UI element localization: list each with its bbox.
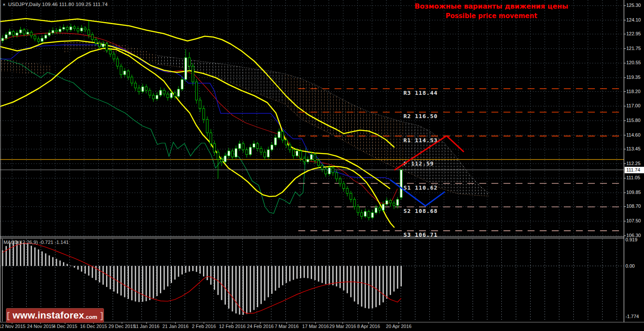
candle-body — [9, 31, 11, 34]
macd-histogram-bar — [314, 266, 316, 280]
candle-body — [84, 28, 86, 30]
candle-body — [12, 31, 14, 35]
macd-histogram-bar — [365, 266, 366, 308]
macd-histogram-bar — [181, 266, 183, 275]
macd-histogram-bar — [243, 266, 244, 315]
candle — [181, 76, 183, 91]
candle-body — [343, 184, 345, 188]
macd-histogram-bar — [336, 266, 337, 287]
candle-body — [192, 66, 194, 82]
macd-histogram-bar — [20, 241, 21, 266]
candle — [217, 150, 219, 179]
annotation-line-en: Possible price movement — [403, 12, 580, 20]
candle — [63, 25, 65, 31]
macd-histogram-bar — [325, 266, 326, 284]
chart-canvas[interactable]: R3 118.44R2 116.50R1 114.53P 112.59S1 11… — [0, 0, 644, 331]
macd-histogram-bar — [286, 266, 287, 283]
candle — [281, 130, 284, 143]
candle — [267, 147, 269, 159]
candle-body — [156, 95, 158, 99]
candle — [52, 28, 54, 35]
candle-body — [224, 156, 226, 162]
candle-body — [52, 31, 54, 33]
candle-body — [361, 213, 363, 216]
macd-histogram-bar — [6, 246, 7, 266]
macd-histogram-bar — [88, 266, 89, 275]
macd-histogram-bar — [278, 266, 280, 288]
candle-body — [124, 71, 126, 75]
candle-body — [357, 206, 359, 212]
candle — [48, 30, 50, 37]
candle-body — [256, 144, 259, 148]
pivot-label-R3: R3 118.44 — [403, 90, 438, 96]
candle-body — [170, 93, 172, 97]
candle-body — [364, 212, 366, 216]
candle-body — [167, 94, 169, 97]
candle — [2, 35, 4, 43]
price-axis-label: 108.70 — [626, 203, 641, 209]
macd-histogram-bar — [228, 266, 229, 309]
candle-body — [88, 30, 90, 34]
macd-histogram-bar — [142, 266, 143, 302]
symbol-info[interactable]: ▼USDJPY,Daily 109.46 111.80 109.25 111.7… — [2, 2, 108, 7]
macd-histogram-bar — [52, 257, 53, 266]
macd-histogram-bar — [178, 266, 179, 277]
candle-body — [328, 168, 331, 174]
candle-body — [91, 34, 94, 39]
candle-body — [217, 152, 219, 159]
candle-body — [38, 39, 40, 41]
candle — [77, 26, 79, 34]
candle-body — [378, 208, 381, 210]
macd-histogram-bar — [160, 266, 161, 293]
macd-histogram-bar — [289, 266, 291, 281]
macd-histogram-bar — [49, 256, 50, 266]
price-axis-label: 125.30 — [626, 3, 641, 8]
candle-body — [203, 109, 205, 119]
macd-histogram-bar — [382, 266, 384, 302]
chart-window: R3 118.44R2 116.50R1 114.53P 112.59S1 11… — [0, 0, 644, 331]
macd-histogram-bar — [206, 266, 208, 280]
macd-histogram-bar — [163, 266, 165, 290]
candle — [339, 176, 341, 187]
symbol-dropdown-icon[interactable]: ▼ — [2, 3, 6, 7]
candle — [357, 204, 359, 216]
candle — [127, 69, 129, 80]
price-axis-label: 111.05 — [626, 175, 640, 180]
candle-body — [221, 159, 223, 162]
candle — [30, 31, 32, 38]
macd-panel — [2, 241, 402, 315]
candle — [44, 33, 47, 40]
candle-body — [213, 144, 216, 152]
candle-body — [300, 151, 302, 158]
macd-histogram-bar — [200, 266, 201, 274]
candle — [307, 156, 309, 164]
bollinger-lower-line — [0, 48, 394, 228]
candle-body — [5, 34, 7, 38]
candle-body — [382, 204, 384, 210]
price-axis-label: 107.50 — [626, 218, 641, 223]
candle-body — [34, 36, 36, 39]
candle — [238, 141, 241, 151]
date-label: 8 Apr 2016 — [357, 324, 380, 329]
annotation-title: Возможные варианты движения цены Possibl… — [403, 2, 580, 20]
candle-body — [95, 40, 97, 43]
date-label: 12 Feb 2016 — [219, 324, 246, 329]
macd-histogram-bar — [293, 266, 294, 280]
macd-histogram-bar — [92, 266, 93, 278]
macd-histogram-bar — [106, 266, 107, 287]
macd-histogram-bar — [379, 266, 380, 305]
macd-histogram-bar — [354, 266, 355, 302]
candle-body — [138, 88, 140, 91]
macd-histogram-bar — [77, 266, 78, 270]
price-axis-label: 124.10 — [626, 17, 641, 22]
pivot-label-R2: R2 116.50 — [403, 113, 438, 119]
candle-body — [152, 95, 154, 99]
candle-body — [77, 28, 79, 31]
macd-histogram-bar — [329, 266, 330, 285]
date-label: 24 Feb 2016 — [247, 324, 274, 329]
macd-histogram-bar — [368, 266, 369, 309]
macd-histogram-bar — [340, 266, 341, 288]
candle — [138, 85, 140, 94]
candle-body — [113, 54, 115, 59]
candle-body — [70, 27, 72, 30]
